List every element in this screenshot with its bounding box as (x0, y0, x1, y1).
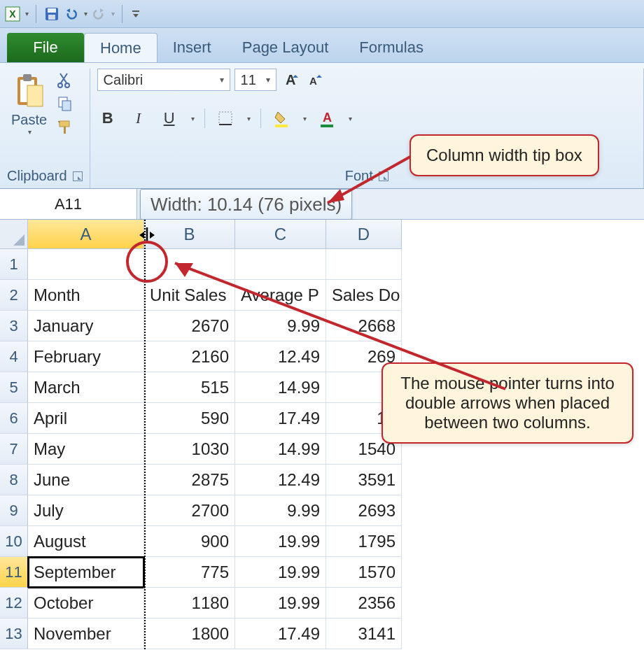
cell[interactable]: 19.99 (235, 588, 326, 619)
row-header[interactable]: 7 (0, 434, 28, 465)
cell[interactable]: September (28, 557, 144, 588)
app-menu-dropdown[interactable]: ▾ (25, 10, 29, 17)
row-header[interactable]: 10 (0, 526, 28, 557)
cell[interactable]: Average P (235, 280, 326, 311)
cell[interactable]: 900 (144, 526, 235, 557)
tab-file[interactable]: File (7, 33, 84, 62)
column-header-b[interactable]: B (144, 220, 235, 249)
cell[interactable]: 1800 (144, 619, 235, 649)
select-all-corner[interactable] (0, 220, 28, 249)
font-name-selector[interactable]: Calibri ▾ (97, 69, 230, 91)
cell[interactable]: May (28, 434, 144, 465)
cell[interactable]: April (28, 403, 144, 434)
cell[interactable]: March (28, 372, 144, 403)
underline-dropdown[interactable]: ▾ (191, 115, 195, 122)
cell[interactable]: 515 (144, 372, 235, 403)
redo-icon[interactable] (90, 6, 107, 22)
cell[interactable]: July (28, 495, 144, 526)
cell[interactable]: 9.99 (235, 495, 326, 526)
paste-dropdown[interactable]: ▾ (28, 128, 31, 136)
fill-color-dropdown[interactable]: ▾ (303, 115, 307, 122)
borders-dropdown[interactable]: ▾ (247, 115, 251, 122)
format-painter-icon[interactable] (57, 119, 75, 137)
cell[interactable]: 1180 (144, 588, 235, 619)
tab-insert[interactable]: Insert (158, 33, 227, 62)
cell[interactable]: 1030 (144, 434, 235, 465)
borders-button[interactable] (215, 108, 236, 129)
name-box[interactable]: A11 (0, 189, 137, 219)
customize-qat-dropdown[interactable] (130, 6, 142, 22)
cell[interactable]: 2356 (326, 588, 402, 619)
cell[interactable]: 19.99 (235, 557, 326, 588)
italic-button[interactable]: I (128, 108, 149, 129)
clipboard-launcher[interactable] (73, 171, 83, 181)
cell[interactable]: 1795 (326, 526, 402, 557)
cell[interactable]: January (28, 311, 144, 341)
cell[interactable] (28, 249, 144, 280)
cell[interactable]: August (28, 526, 144, 557)
row-header[interactable]: 11 (0, 557, 28, 588)
cell[interactable]: 775 (144, 557, 235, 588)
row-header[interactable]: 13 (0, 619, 28, 649)
cell[interactable]: 2668 (326, 311, 402, 341)
row-header[interactable]: 4 (0, 341, 28, 372)
cell[interactable]: Sales Do (326, 280, 402, 311)
cut-icon[interactable] (57, 71, 75, 90)
cell[interactable]: 12.49 (235, 341, 326, 372)
cell[interactable]: 3591 (326, 465, 402, 495)
tab-page-layout[interactable]: Page Layout (227, 33, 344, 62)
increase-font-size-button[interactable]: A (281, 70, 300, 90)
cell[interactable]: Month (28, 280, 144, 311)
font-color-button[interactable]: A (316, 108, 337, 129)
column-header-c[interactable]: C (235, 220, 326, 249)
cell[interactable]: 1570 (326, 557, 402, 588)
cell[interactable]: 2693 (326, 495, 402, 526)
cell[interactable]: February (28, 341, 144, 372)
row-header[interactable]: 2 (0, 280, 28, 311)
decrease-font-size-button[interactable]: A (304, 70, 324, 90)
cell[interactable] (326, 249, 402, 280)
column-header-a[interactable]: A (28, 220, 144, 249)
undo-icon[interactable] (63, 6, 80, 22)
cell[interactable]: 3141 (326, 619, 402, 649)
redo-dropdown[interactable]: ▾ (111, 10, 115, 17)
font-size-selector[interactable]: 11 ▾ (234, 69, 276, 91)
cell[interactable]: 2700 (144, 495, 235, 526)
paste-button[interactable]: Paste ▾ (7, 69, 51, 139)
cell[interactable]: 12.49 (235, 465, 326, 495)
font-launcher[interactable] (379, 171, 388, 181)
cell[interactable]: 2875 (144, 465, 235, 495)
bold-button[interactable]: B (97, 108, 118, 129)
cell[interactable]: June (28, 465, 144, 495)
cell[interactable]: 14.99 (235, 434, 326, 465)
save-icon[interactable] (43, 6, 60, 22)
cell[interactable]: 2160 (144, 341, 235, 372)
row-header[interactable]: 12 (0, 588, 28, 619)
cell[interactable]: 9.99 (235, 311, 326, 341)
row-header[interactable]: 5 (0, 372, 28, 403)
row-header[interactable]: 6 (0, 403, 28, 434)
cell[interactable]: 14.99 (235, 372, 326, 403)
cell[interactable] (235, 249, 326, 280)
row-header[interactable]: 8 (0, 465, 28, 495)
cell[interactable]: 17.49 (235, 403, 326, 434)
tab-home[interactable]: Home (84, 33, 158, 62)
cell[interactable]: 590 (144, 403, 235, 434)
cell[interactable]: November (28, 619, 144, 649)
font-color-dropdown[interactable]: ▾ (349, 115, 352, 122)
cell[interactable]: October (28, 588, 144, 619)
undo-dropdown[interactable]: ▾ (84, 10, 88, 17)
row-header[interactable]: 9 (0, 495, 28, 526)
underline-button[interactable]: U (159, 108, 180, 129)
row-header[interactable]: 1 (0, 249, 28, 280)
tab-formulas[interactable]: Formulas (344, 33, 439, 62)
cell[interactable]: 17.49 (235, 619, 326, 649)
row-header[interactable]: 3 (0, 311, 28, 341)
column-header-d[interactable]: D (326, 220, 402, 249)
cell[interactable]: Unit Sales (144, 280, 235, 311)
cell[interactable]: 19.99 (235, 526, 326, 557)
cell[interactable]: 2670 (144, 311, 235, 341)
copy-icon[interactable]: ▾ (57, 95, 75, 113)
fill-color-button[interactable] (271, 108, 292, 129)
cell[interactable] (144, 249, 235, 280)
